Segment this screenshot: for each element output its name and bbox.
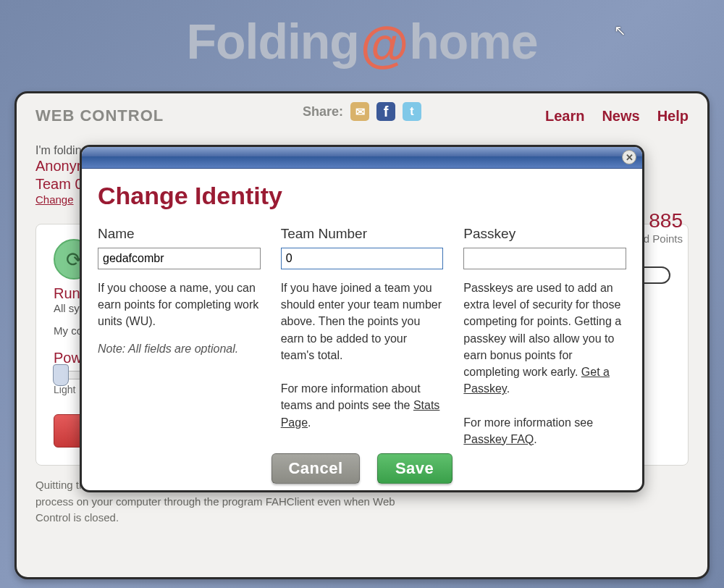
team-column: Team Number If you have joined a team yo… <box>281 226 444 448</box>
slider-thumb[interactable] <box>53 364 69 386</box>
news-link[interactable]: News <box>602 108 639 125</box>
top-links: Learn News Help <box>545 108 689 125</box>
dialog-title: Change Identity <box>98 182 626 210</box>
change-identity-link[interactable]: Change <box>35 193 74 206</box>
change-identity-dialog: ✕ Change Identity Name If you choose a n… <box>80 145 644 492</box>
logo: Folding @ home <box>0 0 724 70</box>
logo-at: @ <box>361 16 408 72</box>
points-block: 885 d Points <box>644 209 683 245</box>
page-title: WEB CONTROL <box>35 106 164 125</box>
mail-icon[interactable]: ✉ <box>350 102 369 121</box>
team-desc1: If you have joined a team you should ent… <box>281 282 442 361</box>
team-desc2a: For more information about teams and poi… <box>281 382 421 411</box>
points-label: d Points <box>644 232 683 245</box>
name-input[interactable] <box>98 248 261 269</box>
passkey-desc2a: For more information see <box>463 416 593 429</box>
passkey-desc1a: Passkeys are used to add an extra level … <box>463 282 621 378</box>
cancel-button[interactable]: Cancel <box>272 453 359 484</box>
name-label: Name <box>98 226 261 242</box>
team-desc2b: . <box>308 416 311 429</box>
facebook-icon[interactable]: f <box>376 102 395 121</box>
help-link[interactable]: Help <box>657 108 689 125</box>
name-column: Name If you choose a name, you can earn … <box>98 226 261 448</box>
passkey-column: Passkey Passkeys are used to add an extr… <box>463 226 626 448</box>
logo-right: home <box>409 13 537 70</box>
logo-left: Folding <box>186 13 358 70</box>
team-label: Team Number <box>281 226 444 242</box>
close-icon[interactable]: ✕ <box>622 150 636 164</box>
share-block: Share: ✉ f t <box>303 102 421 121</box>
passkey-faq-link[interactable]: Passkey FAQ <box>463 433 534 445</box>
learn-link[interactable]: Learn <box>545 108 584 125</box>
name-note: Note: All fields are optional. <box>98 340 261 357</box>
passkey-input[interactable] <box>463 248 626 269</box>
points-value: 885 <box>644 209 683 232</box>
passkey-desc2b: . <box>534 433 536 445</box>
passkey-desc1b: . <box>507 382 510 395</box>
folding-as-label: I'm foldin <box>35 144 82 156</box>
name-desc: If you choose a name, you can earn point… <box>98 282 258 327</box>
twitter-icon[interactable]: t <box>403 102 421 121</box>
passkey-label: Passkey <box>463 226 626 242</box>
team-input[interactable] <box>281 248 444 269</box>
save-button[interactable]: Save <box>377 453 452 484</box>
dialog-titlebar[interactable]: ✕ <box>82 147 642 169</box>
share-label: Share: <box>303 104 343 119</box>
